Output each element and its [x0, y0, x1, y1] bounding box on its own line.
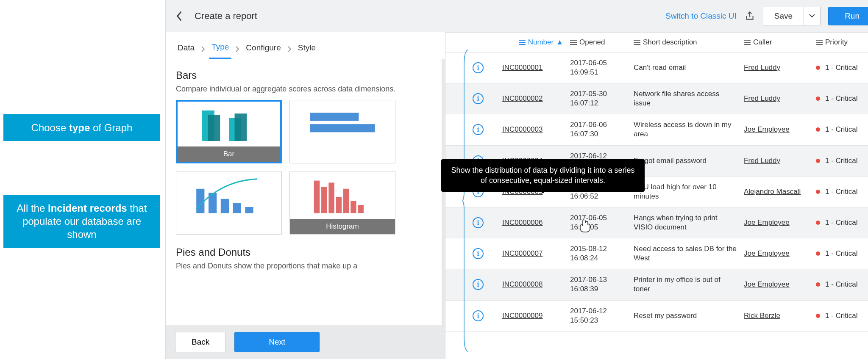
page-title: Create a report [195, 11, 257, 22]
caller-link[interactable]: Alejandro Mascall [744, 188, 801, 196]
opened-cell: 2017-05-3016:07:12 [567, 87, 630, 110]
records-pane: Number ▲ Opened Short description [445, 32, 868, 359]
tile-bar-label: Bar [178, 146, 280, 162]
caller-link[interactable]: Joe Employee [744, 125, 790, 134]
save-dropdown[interactable] [804, 7, 821, 25]
opened-cell: 2017-06-0516:09:51 [567, 56, 630, 80]
table-row: iINC00000012017-06-0516:09:51Can't read … [445, 52, 868, 83]
priority-cell: 1 - Critical [812, 61, 868, 75]
info-icon[interactable]: i [473, 248, 484, 259]
svg-rect-13 [328, 183, 334, 213]
incident-link[interactable]: INC0000001 [502, 64, 542, 72]
info-icon[interactable]: i [473, 217, 484, 228]
crumb-data[interactable]: Data [175, 41, 197, 58]
priority-cell: 1 - Critical [812, 247, 868, 260]
svg-rect-1 [208, 115, 220, 141]
next-button[interactable]: Next [234, 332, 320, 352]
back-button[interactable] [173, 10, 185, 22]
section-bars-desc: Compare individual or aggregate scores a… [176, 84, 431, 94]
priority-cell: 1 - Critical [812, 123, 868, 136]
priority-dot-icon [816, 221, 820, 225]
col-short-description[interactable]: Short description [630, 36, 740, 49]
chevron-right-icon [235, 45, 240, 54]
app-header: Create a report Switch to Classic UI Sav… [166, 0, 868, 32]
run-button[interactable]: Run [828, 7, 868, 25]
incident-link[interactable]: INC0000008 [502, 280, 542, 289]
opened-cell: 2017-06-1215:50:23 [567, 304, 630, 328]
info-icon[interactable]: i [473, 93, 484, 104]
type-scroll-area[interactable]: Bars Compare individual or aggregate sco… [166, 59, 445, 359]
sort-asc-icon: ▲ [556, 38, 563, 47]
chevron-right-icon [287, 45, 292, 54]
col-opened[interactable]: Opened [567, 36, 630, 49]
incident-link[interactable]: INC0000006 [502, 218, 542, 227]
tile-horizontal-bar[interactable] [289, 100, 395, 163]
caller-link[interactable]: Fred Luddy [744, 94, 780, 103]
table-row: iINC00000082017-06-1316:08:39Printer in … [445, 269, 868, 300]
wizard-footer: Back Next [166, 325, 445, 359]
type-chooser-pane: Data Type Configure Style Bars Compare i… [166, 32, 445, 359]
caller-link[interactable]: Fred Luddy [744, 64, 780, 72]
hamburger-icon [816, 40, 823, 45]
incident-link[interactable]: INC0000002 [502, 94, 542, 103]
incident-link[interactable]: INC0000003 [502, 125, 542, 134]
caller-link[interactable]: Rick Berzle [744, 312, 780, 320]
col-priority[interactable]: Priority [812, 36, 868, 49]
chevron-right-icon [200, 45, 206, 54]
short-desc-cell: Reset my password [630, 309, 740, 323]
caller-link[interactable]: Joe Employee [744, 218, 790, 227]
tile-bar[interactable]: Bar [176, 100, 282, 163]
incident-link[interactable]: INC0000009 [502, 312, 542, 320]
priority-cell: 1 - Critical [812, 216, 868, 229]
svg-rect-12 [321, 187, 327, 213]
table-row: iINC00000032017-06-0616:07:30Wireless ac… [445, 114, 868, 145]
incident-link[interactable]: INC0000007 [502, 249, 542, 258]
priority-cell: 1 - Critical [812, 185, 868, 199]
info-icon[interactable]: i [473, 62, 484, 73]
switch-classic-link[interactable]: Switch to Classic UI [665, 11, 737, 21]
crumb-style[interactable]: Style [295, 41, 318, 58]
opened-cell: 2017-06-0616:07:30 [567, 118, 630, 141]
col-number[interactable]: Number ▲ [499, 36, 567, 49]
short-desc-cell: Forgot email password [630, 154, 740, 168]
svg-rect-11 [314, 181, 320, 213]
short-desc-cell: Wireless access is down in my area [630, 118, 740, 141]
priority-cell: 1 - Critical [812, 92, 868, 105]
section-bars-heading: Bars [176, 69, 431, 81]
caller-link[interactable]: Fred Luddy [744, 157, 780, 165]
col-caller[interactable]: Caller [740, 36, 812, 49]
hamburger-icon [570, 40, 577, 45]
table-row: iINC00000092017-06-1215:50:23Reset my pa… [445, 301, 868, 331]
incident-table: Number ▲ Opened Short description [445, 32, 868, 359]
priority-dot-icon [816, 190, 820, 194]
caller-link[interactable]: Joe Employee [744, 280, 790, 289]
table-header: Number ▲ Opened Short description [445, 32, 868, 52]
annotation-panel: Choose type of Graph All the Incident re… [0, 0, 165, 359]
priority-dot-icon [816, 251, 820, 256]
svg-rect-10 [245, 207, 253, 213]
short-desc-cell: Printer in my office is out of toner [630, 273, 740, 296]
tile-pareto[interactable] [176, 171, 282, 235]
priority-dot-icon [816, 314, 820, 318]
table-row: iINC00000062017-06-0516:08:05Hangs when … [445, 207, 868, 238]
hamburger-icon [744, 40, 751, 45]
tile-histogram[interactable]: Histogram [289, 171, 395, 235]
info-icon[interactable]: i [473, 279, 484, 290]
info-icon[interactable]: i [473, 310, 484, 321]
table-row: iINC00000072015-08-1216:08:24Need access… [445, 238, 868, 269]
priority-cell: 1 - Critical [812, 278, 868, 291]
brace-decoration [462, 48, 469, 353]
svg-rect-4 [310, 113, 359, 121]
crumb-configure[interactable]: Configure [243, 41, 283, 58]
save-button[interactable]: Save [763, 7, 804, 25]
section-pies-desc: Pies and Donuts show the proportions tha… [176, 261, 431, 271]
share-icon[interactable] [744, 11, 755, 22]
priority-dot-icon [816, 97, 820, 101]
section-pies-heading: Pies and Donuts [176, 246, 431, 258]
crumb-type[interactable]: Type [209, 40, 231, 59]
back-button[interactable]: Back [175, 332, 226, 352]
caller-link[interactable]: Joe Employee [744, 249, 790, 258]
priority-dot-icon [816, 282, 820, 287]
info-icon[interactable]: i [473, 124, 484, 135]
svg-rect-16 [351, 201, 356, 213]
